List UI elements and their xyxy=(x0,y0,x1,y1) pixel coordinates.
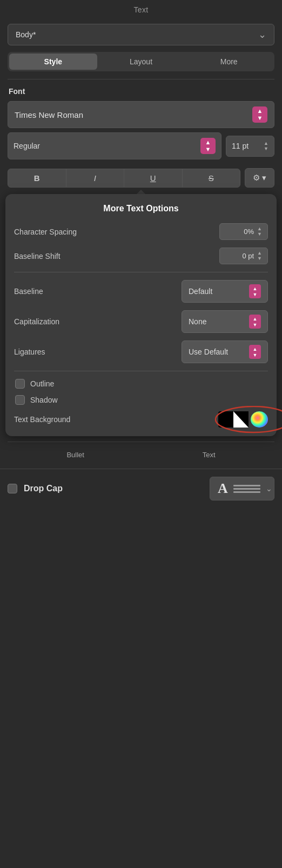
capitalization-label: Capitalization xyxy=(14,317,59,326)
font-size-up-icon: ▲ xyxy=(264,141,268,146)
swatch-white xyxy=(233,411,249,428)
baseline-shift-up-icon: ▲ xyxy=(257,251,262,256)
text-background-control xyxy=(218,411,268,428)
baseline-select[interactable]: Default ▲ ▼ xyxy=(182,280,268,303)
character-spacing-down-icon: ▼ xyxy=(257,232,262,237)
style-dropdown-label: Body* xyxy=(16,30,36,39)
dropcap-style-button[interactable]: A ⌄ xyxy=(210,477,274,500)
baseline-shift-value: 0 pt xyxy=(225,252,254,260)
popup-triangle xyxy=(137,190,145,194)
outline-row: Outline xyxy=(14,379,268,389)
character-spacing-value: 0% xyxy=(225,228,254,236)
tab-more[interactable]: More xyxy=(185,54,273,70)
capitalization-stepper[interactable]: ▲ ▼ xyxy=(249,315,261,329)
character-spacing-row: Character Spacing 0% ▲ ▼ xyxy=(14,223,268,240)
strikethrough-button[interactable]: S xyxy=(183,169,240,187)
capitalization-select[interactable]: None ▲ ▼ xyxy=(182,310,268,333)
capitalization-row: Capitalization None ▲ ▼ xyxy=(14,310,268,333)
font-size-value: 11 pt xyxy=(232,142,249,150)
ligatures-row: Ligatures Use Default ▲ ▼ xyxy=(14,340,268,363)
tab-bar: Style Layout More xyxy=(8,52,274,71)
more-text-options-popup: More Text Options Character Spacing 0% ▲… xyxy=(5,194,277,436)
shadow-row: Shadow xyxy=(14,395,268,405)
baseline-shift-field[interactable]: 0 pt ▲ ▼ xyxy=(219,248,268,264)
bottom-tab-bar: Bullet Text xyxy=(8,442,274,466)
popup-divider-2 xyxy=(14,371,268,371)
font-size-stepper[interactable]: ▲ ▼ xyxy=(264,141,268,151)
style-selector-row: Body* ⌄ xyxy=(0,18,282,52)
popup-divider-1 xyxy=(14,272,268,272)
dropcap-chevron-icon: ⌄ xyxy=(266,484,272,493)
style-dropdown-chevron-icon: ⌄ xyxy=(258,29,266,41)
gear-options-button[interactable]: ⚙ ▾ xyxy=(245,168,274,188)
baseline-stepper[interactable]: ▲ ▼ xyxy=(249,284,261,298)
ligatures-down-icon: ▼ xyxy=(253,352,258,358)
tab-style[interactable]: Style xyxy=(9,54,97,70)
gear-icon: ⚙ xyxy=(253,173,260,183)
bottom-tab-text[interactable]: Text xyxy=(192,449,226,461)
format-bar: B I U S ⚙ ▾ xyxy=(8,168,274,188)
ligatures-stepper[interactable]: ▲ ▼ xyxy=(249,345,261,359)
dropcap-section: Drop Cap A ⌄ xyxy=(0,469,282,508)
format-group: B I U S xyxy=(8,169,240,188)
dropcap-label: Drop Cap xyxy=(24,484,63,493)
bottom-tab-bullet[interactable]: Bullet xyxy=(56,449,95,461)
color-wheel-button[interactable] xyxy=(251,411,268,428)
gear-chevron-icon: ▾ xyxy=(262,173,266,183)
swatch-black xyxy=(218,411,233,428)
character-spacing-label: Character Spacing xyxy=(14,228,77,236)
dropcap-icon: A xyxy=(218,482,228,496)
font-family-stepper[interactable]: ▲ ▼ xyxy=(252,106,267,123)
baseline-value: Default xyxy=(189,287,212,296)
font-family-dropdown[interactable]: Times New Roman ▲ ▼ xyxy=(8,101,274,128)
panel-title: Text xyxy=(0,0,282,18)
text-background-row: Text Background xyxy=(14,411,268,428)
character-spacing-stepper[interactable]: ▲ ▼ xyxy=(257,226,262,237)
baseline-row: Baseline Default ▲ ▼ xyxy=(14,280,268,303)
font-size-field[interactable]: 11 pt ▲ ▼ xyxy=(226,136,274,157)
capitalization-value: None xyxy=(189,317,206,326)
dropcap-left: Drop Cap xyxy=(8,484,63,493)
ligatures-up-icon: ▲ xyxy=(253,346,258,352)
style-dropdown[interactable]: Body* ⌄ xyxy=(8,24,274,45)
baseline-shift-stepper[interactable]: ▲ ▼ xyxy=(257,251,262,261)
popup-wrapper: More Text Options Character Spacing 0% ▲… xyxy=(0,194,282,436)
ligatures-value: Use Default xyxy=(189,348,228,356)
dropcap-line-2 xyxy=(233,488,260,490)
character-spacing-field[interactable]: 0% ▲ ▼ xyxy=(219,223,268,240)
popup-title: More Text Options xyxy=(14,204,268,213)
font-style-down-icon: ▼ xyxy=(205,146,211,152)
baseline-shift-down-icon: ▼ xyxy=(257,256,262,261)
tab-layout[interactable]: Layout xyxy=(97,54,185,70)
character-spacing-up-icon: ▲ xyxy=(257,226,262,231)
font-size-down-icon: ▼ xyxy=(264,146,268,151)
capitalization-up-icon: ▲ xyxy=(253,316,258,322)
baseline-down-icon: ▼ xyxy=(253,292,258,297)
bold-button[interactable]: B xyxy=(8,169,66,187)
dropcap-checkbox[interactable] xyxy=(8,484,17,493)
baseline-shift-label: Baseline Shift xyxy=(14,252,61,261)
outline-label: Outline xyxy=(30,379,54,388)
font-style-dropdown[interactable]: Regular ▲ ▼ xyxy=(8,132,221,159)
font-family-name: Times New Roman xyxy=(15,110,83,119)
dropcap-line-1 xyxy=(233,485,260,486)
dropcap-line-3 xyxy=(233,491,260,493)
font-style-stepper[interactable]: ▲ ▼ xyxy=(200,138,216,154)
shadow-checkbox[interactable] xyxy=(15,395,25,405)
font-style-up-icon: ▲ xyxy=(205,139,211,145)
ligatures-select[interactable]: Use Default ▲ ▼ xyxy=(182,340,268,363)
font-family-up-icon: ▲ xyxy=(257,108,263,114)
outline-checkbox[interactable] xyxy=(15,379,25,389)
shadow-label: Shadow xyxy=(30,396,58,404)
font-section-label: Font xyxy=(0,87,282,101)
dropcap-row: Drop Cap A ⌄ xyxy=(8,477,274,500)
underline-button[interactable]: U xyxy=(124,169,183,187)
dropcap-lines xyxy=(233,485,260,493)
italic-button[interactable]: I xyxy=(66,169,125,187)
text-bg-swatch[interactable] xyxy=(218,411,249,428)
font-style-size-row: Regular ▲ ▼ 11 pt ▲ ▼ xyxy=(8,132,274,159)
font-row: Times New Roman ▲ ▼ Regular ▲ ▼ 11 pt ▲ … xyxy=(0,101,282,164)
baseline-shift-row: Baseline Shift 0 pt ▲ ▼ xyxy=(14,248,268,264)
text-background-label: Text Background xyxy=(14,415,70,424)
baseline-up-icon: ▲ xyxy=(253,286,258,291)
